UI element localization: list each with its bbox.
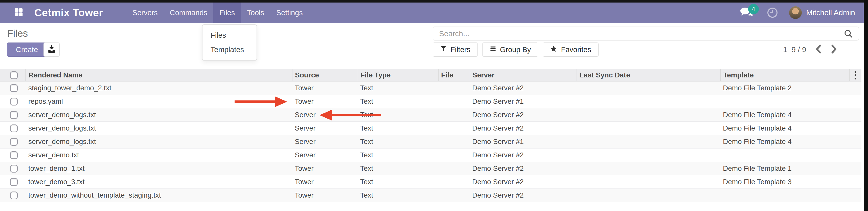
cell-rendered-name[interactable]: tower_demo_1.txt [25,162,292,175]
apps-menu-button[interactable] [13,7,24,18]
cell-rendered-name[interactable]: tower_demo_3.txt [25,175,292,188]
search-input[interactable] [433,29,843,38]
cell-source[interactable]: Tower [292,82,358,95]
cell-file-type[interactable]: Text [358,82,438,95]
cell-source[interactable]: Server [292,149,358,162]
cell-rendered-name[interactable]: server_demo_logs.txt [25,135,292,148]
cell-file-type[interactable]: Text [358,149,438,162]
cell-source[interactable]: Tower [292,189,358,202]
cell-server[interactable]: Demo Server #2 [470,175,577,188]
nav-item-commands[interactable]: Commands [164,3,213,23]
dropdown-item-files[interactable]: Files [203,28,256,42]
cell-template[interactable]: Demo File Template 1 [720,162,849,175]
cell-file[interactable] [438,162,470,175]
row-checkbox[interactable] [10,138,18,146]
select-all-checkbox[interactable] [10,71,18,79]
cell-last-sync-date[interactable] [577,189,720,202]
table-row[interactable]: tower_demo_1.txt Tower Text Demo Server … [0,162,861,175]
cell-file-type[interactable]: Text [358,189,438,202]
download-button[interactable] [43,42,60,57]
table-row[interactable]: staging_tower_demo_2.txt Tower Text Demo… [0,82,861,95]
nav-item-settings[interactable]: Settings [270,3,309,23]
cell-file[interactable] [438,108,470,121]
column-header-last-sync-date[interactable]: Last Sync Date [577,69,720,81]
activities-button[interactable] [766,7,778,19]
row-checkbox[interactable] [10,191,18,199]
cell-file[interactable] [438,149,470,162]
table-row[interactable]: tower_demo_without_template_staging.txt … [0,189,861,202]
cell-rendered-name[interactable]: repos.yaml [25,95,292,108]
cell-last-sync-date[interactable] [577,122,720,135]
cell-source[interactable]: Server [292,122,358,135]
cell-last-sync-date[interactable] [577,149,720,162]
group-by-button[interactable]: Group By [482,42,538,57]
cell-template[interactable] [720,95,849,108]
cell-template[interactable]: Demo File Template 3 [720,175,849,188]
cell-file[interactable] [438,189,470,202]
cell-file[interactable] [438,82,470,95]
cell-file[interactable] [438,135,470,148]
cell-file[interactable] [438,175,470,188]
table-row[interactable]: server_demo_logs.txt Server Text Demo Se… [0,135,861,149]
cell-server[interactable]: Demo Server #2 [470,189,577,202]
row-checkbox[interactable] [10,124,18,132]
vertical-dots-icon[interactable] [855,71,856,80]
cell-last-sync-date[interactable] [577,175,720,188]
cell-server[interactable]: Demo Server #2 [470,108,577,121]
cell-source[interactable]: Tower [292,162,358,175]
row-checkbox[interactable] [10,165,18,173]
row-checkbox[interactable] [10,111,18,119]
column-header-template[interactable]: Template [720,69,849,81]
table-row[interactable]: server_demo.txt Server Text Demo Server … [0,149,861,162]
column-header-source[interactable]: Source [292,69,358,81]
cell-server[interactable]: Demo Server #2 [470,149,577,162]
cell-file[interactable] [438,122,470,135]
cell-template[interactable] [720,149,849,162]
app-brand-title[interactable]: Cetmix Tower [34,7,103,19]
pager-previous-button[interactable] [815,44,822,55]
cell-rendered-name[interactable]: server_demo.txt [25,149,292,162]
nav-item-files[interactable]: Files [213,3,241,23]
cell-file[interactable] [438,95,470,108]
cell-template[interactable] [720,189,849,202]
table-row[interactable]: tower_demo_3.txt Tower Text Demo Server … [0,175,861,189]
nav-item-servers[interactable]: Servers [126,3,164,23]
dropdown-item-templates[interactable]: Templates [203,42,256,57]
pager-next-button[interactable] [831,44,838,55]
cell-server[interactable]: Demo Server #2 [470,122,577,135]
table-row[interactable]: server_demo_logs.txt Server Text Demo Se… [0,108,861,122]
cell-template[interactable]: Demo File Template 4 [720,108,849,121]
row-checkbox[interactable] [10,84,18,92]
cell-rendered-name[interactable]: server_demo_logs.txt [25,108,292,121]
cell-last-sync-date[interactable] [577,108,720,121]
table-row[interactable]: server_demo_logs.txt Server Text Demo Se… [0,122,861,135]
nav-item-tools[interactable]: Tools [241,3,270,23]
user-menu[interactable]: Mitchell Admin [789,6,855,19]
cell-server[interactable]: Demo Server #1 [470,95,577,108]
search-icon[interactable] [843,29,853,38]
cell-file-type[interactable]: Text [358,95,438,108]
cell-last-sync-date[interactable] [577,162,720,175]
cell-template[interactable]: Demo File Template 4 [720,135,849,148]
cell-rendered-name[interactable]: server_demo_logs.txt [25,122,292,135]
messages-button[interactable]: 4 [740,6,756,19]
cell-server[interactable]: Demo Server #1 [470,135,577,148]
column-header-server[interactable]: Server [470,69,577,81]
create-button[interactable]: Create [7,42,47,57]
cell-template[interactable]: Demo File Template 2 [720,82,849,95]
row-checkbox[interactable] [10,151,18,159]
cell-template[interactable]: Demo File Template 4 [720,122,849,135]
cell-rendered-name[interactable]: tower_demo_without_template_staging.txt [25,189,292,202]
cell-source[interactable]: Tower [292,95,358,108]
cell-source[interactable]: Server [292,135,358,148]
cell-server[interactable]: Demo Server #2 [470,162,577,175]
favorites-button[interactable]: Favorites [543,42,598,57]
cell-file-type[interactable]: Text [358,162,438,175]
cell-last-sync-date[interactable] [577,135,720,148]
column-header-file[interactable]: File [438,69,470,81]
row-checkbox[interactable] [10,98,18,106]
filters-button[interactable]: Filters [433,42,478,57]
cell-source[interactable]: Server [292,108,358,121]
cell-file-type[interactable]: Text [358,175,438,188]
table-row[interactable]: repos.yaml Tower Text Demo Server #1 [0,95,861,108]
